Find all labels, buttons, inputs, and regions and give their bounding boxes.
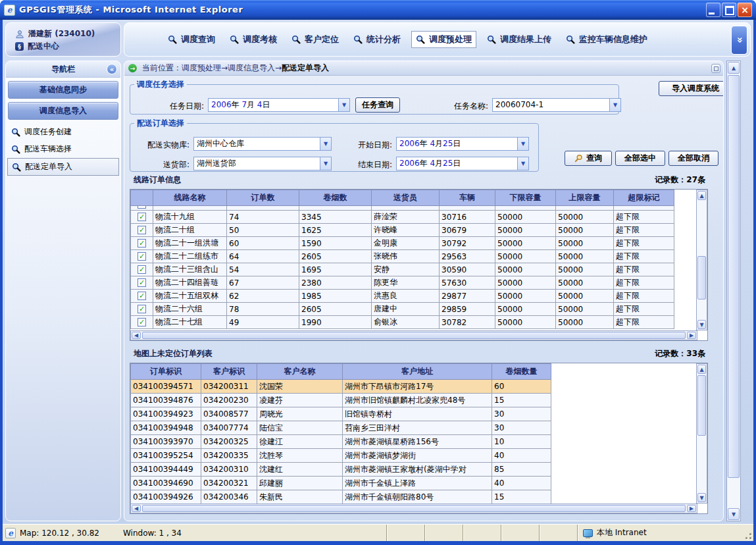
row-checkbox[interactable]: ✓ (138, 239, 146, 247)
vscroll-thumb[interactable] (697, 256, 706, 299)
toolbar-item-2[interactable]: 调度考核 (226, 32, 281, 47)
table-cell: 57630 (440, 276, 495, 290)
table-row[interactable]: 034100394923034008577周晓光旧馆镇寺桥村30 (131, 407, 551, 421)
table-row[interactable]: 034100394926034200346朱新民湖州市千金镇朝阳路80号15 (131, 490, 551, 504)
chevron-down-icon[interactable]: ▼ (320, 138, 331, 150)
table-row[interactable]: 034100394571034200311沈国荣湖州市下昂镇市河路17号60 (131, 380, 551, 394)
table-row[interactable]: ✓物流二十组501625许晓峰306795000050000超下限 (131, 224, 674, 237)
toolbar-item-7[interactable]: 监控车辆信息维护 (562, 32, 651, 47)
row-checkbox[interactable]: ✓ (138, 213, 146, 221)
row-checkbox[interactable]: ✓ (138, 305, 146, 313)
start-date-label: 开始日期: (346, 140, 392, 151)
chevron-down-icon[interactable]: ▼ (338, 99, 349, 111)
toolbar-item-1[interactable]: 调度查询 (164, 32, 219, 47)
table-row[interactable]: ✓物流十九组743345薛淦荣307165000050000超下限 (131, 211, 674, 224)
table-cell: 湖州市菱湖镇王家墩村(菱湖中学对 (343, 463, 492, 477)
table-row[interactable]: 034100393970034200325徐建江湖州市菱湖镇星桥路156号10 (131, 435, 551, 449)
delivery-dept-combo[interactable]: 湖州送货部 ▼ (193, 157, 332, 170)
select-all-button[interactable]: 全部选中 (615, 151, 665, 166)
toolbar-overflow-button[interactable]: « (731, 26, 747, 55)
table-row[interactable]: 034100394449034200310沈建红湖州市菱湖镇王家墩村(菱湖中学对… (131, 463, 551, 477)
toolbar-item-4[interactable]: 统计分析 (349, 32, 405, 47)
vscroll-thumb[interactable] (728, 75, 740, 478)
route-table-vscrollbar[interactable]: ▲ ▼ (696, 190, 707, 330)
table-row[interactable]: 034100394948034007774陆信宝苕南乡三田洋村30 (131, 421, 551, 435)
toolbar-item-5[interactable]: 调度预处理 (411, 31, 476, 48)
table-row[interactable]: ✓物流二十六组782605唐建中298595000050000超下限 (131, 303, 674, 316)
orders-table-hscrollbar[interactable]: ◀ ▶ (130, 504, 697, 513)
title-bar[interactable]: e GPSGIS管理系统 - Microsoft Internet Explor… (0, 0, 756, 20)
toolbar-item-6[interactable]: 调度结果上传 (483, 32, 555, 47)
sidebar-button-base-sync[interactable]: 基础信息同步 (8, 81, 118, 99)
table-cell: 034100394876 (131, 394, 201, 407)
row-checkbox[interactable]: ✓ (138, 206, 146, 209)
table-row[interactable]: ✓物流二十二组练市642605张晓伟295635000050000超下限 (131, 250, 674, 263)
scroll-right-icon[interactable]: ▶ (687, 332, 696, 339)
row-checkbox[interactable]: ✓ (138, 265, 146, 274)
table-row[interactable]: ✓物流二十四组善琏672380陈更华576305000050000超下限 (131, 276, 674, 290)
minimize-button[interactable] (706, 3, 720, 17)
scroll-down-icon[interactable]: ▼ (697, 320, 706, 329)
table-row[interactable]: ✓物流二十三组含山541695安静305905000050000超下限 (131, 263, 674, 276)
chevron-down-icon[interactable]: ▼ (517, 157, 528, 170)
deselect-all-button[interactable]: 全部取消 (668, 151, 718, 166)
page-vscrollbar[interactable]: ▲ ▼ (726, 61, 741, 521)
task-name-combo[interactable]: 20060704-1 ▼ (492, 98, 621, 112)
scroll-right-icon[interactable]: ▶ (687, 505, 696, 512)
resize-grip[interactable] (743, 525, 753, 541)
table-row[interactable]: 034100394690034200321邱建丽湖州市千金镇上泽路40 (131, 477, 551, 490)
task-query-button[interactable]: 任务查询 (355, 97, 400, 113)
status-pane (386, 525, 424, 541)
warehouse-combo[interactable]: 湖州中心仓库 ▼ (193, 137, 332, 151)
table-row[interactable]: ✓物流二十一组洪塘601590金明康307925000050000超下限 (131, 237, 674, 250)
maximize-button[interactable] (722, 3, 736, 17)
scroll-up-icon[interactable]: ▲ (728, 62, 740, 74)
double-chevron-down-icon: « (733, 37, 745, 43)
row-checkbox[interactable]: ✓ (138, 292, 146, 300)
table-row[interactable]: 034100395254034200335沈胜琴湖州市菱湖镇梦湖街40 (131, 449, 551, 463)
table-cell: 67 (227, 276, 299, 290)
import-to-dispatch-button[interactable]: 导入调度系统 (659, 81, 724, 96)
sidebar-collapse-button[interactable]: « (107, 64, 117, 74)
magnifier-icon (487, 35, 496, 44)
task-date-combo[interactable]: 2006年 7月 4日 ▼ (208, 98, 350, 112)
table-cell: 30 (492, 421, 551, 435)
table-row[interactable]: 034100394876034200230凌建芬湖州市旧馆镇麒麟村北凌家兜48号… (131, 394, 551, 407)
scroll-left-icon[interactable]: ◀ (132, 332, 141, 339)
row-checkbox[interactable]: ✓ (138, 318, 146, 326)
orders-table-vscrollbar[interactable]: ▲ ▼ (696, 363, 707, 504)
end-date-combo[interactable]: 2006年 4月25日 ▼ (396, 157, 529, 170)
table-row[interactable]: ✓物流二十五组双林621985洪惠良298775000050000超下限 (131, 290, 674, 303)
query-button[interactable]: 查询 (565, 151, 612, 166)
order-select-group: 配送订单选择 配送实物库: 湖州中心仓库 ▼ 开始日期: 2006年 4月25日… (130, 118, 539, 172)
sidebar-item-1[interactable]: 调度任务创建 (7, 124, 119, 140)
user-panel: 潘建新 (234010) § 配送中心 (5, 22, 121, 57)
start-date-combo[interactable]: 2006年 4月25日 ▼ (396, 137, 529, 151)
chevron-down-icon[interactable]: ▼ (609, 99, 620, 111)
panel-restore-button[interactable] (711, 64, 720, 73)
hscroll-thumb[interactable] (142, 505, 686, 512)
sidebar-item-3[interactable]: 配送定单导入 (7, 158, 119, 176)
chevron-down-icon[interactable]: ▼ (320, 157, 331, 170)
breadcrumb-arrow-icon: → (128, 64, 137, 72)
sidebar-button-dispatch-import[interactable]: 调度信息导入 (8, 102, 118, 120)
route-table-hscrollbar[interactable]: ◀ ▶ (130, 330, 697, 340)
sidebar-item-2[interactable]: 配送车辆选择 (7, 141, 119, 157)
column-header: 客户标识 (201, 364, 257, 380)
orders-table-header: 地图上未定位订单列表 记录数：33条 (130, 347, 708, 360)
table-cell: 30590 (440, 263, 495, 276)
table-row[interactable]: ✓物流二十七组491990俞银冰307825000050000超下限 (131, 316, 674, 329)
row-checkbox[interactable]: ✓ (138, 226, 146, 234)
scroll-left-icon[interactable]: ◀ (132, 505, 141, 512)
scroll-down-icon[interactable]: ▼ (697, 493, 706, 502)
row-checkbox[interactable]: ✓ (138, 278, 146, 287)
vscroll-thumb[interactable] (697, 375, 706, 436)
scroll-up-icon[interactable]: ▲ (697, 365, 706, 374)
toolbar-item-3[interactable]: 客户定位 (288, 32, 343, 47)
scroll-down-icon[interactable]: ▼ (728, 508, 740, 520)
hscroll-thumb[interactable] (142, 332, 686, 339)
close-button[interactable]: × (738, 3, 752, 17)
chevron-down-icon[interactable]: ▼ (517, 138, 528, 150)
scroll-up-icon[interactable]: ▲ (697, 191, 706, 200)
row-checkbox[interactable]: ✓ (138, 252, 146, 261)
